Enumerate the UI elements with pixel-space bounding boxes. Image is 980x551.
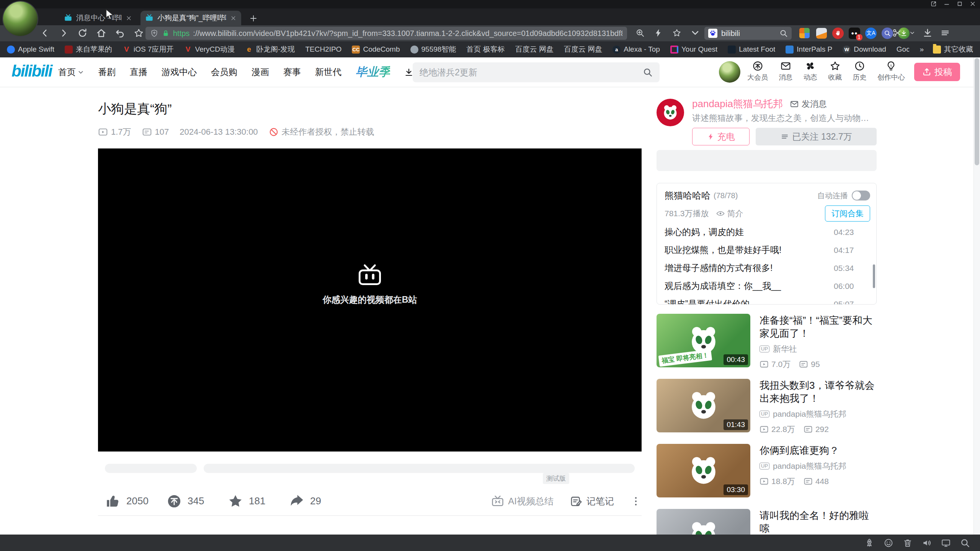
bookmark-item[interactable]: 百度云 网盘 <box>515 44 554 54</box>
video-player[interactable]: 你感兴趣的视频都在B站 <box>98 148 642 452</box>
collection-title[interactable]: 熊猫哈哈哈 <box>665 189 710 202</box>
browser-profile-avatar[interactable] <box>3 2 38 36</box>
bookmark-item[interactable]: e卧龙阁-发现 <box>245 44 295 54</box>
like-button[interactable]: 2050 <box>105 493 166 509</box>
quick-action-icon[interactable] <box>654 28 663 37</box>
user-menu-bulb[interactable]: 创作中心 <box>877 60 905 84</box>
back-button[interactable] <box>40 28 50 38</box>
site-nav-item[interactable]: 漫画 <box>252 66 269 78</box>
extension-icon-with-badge[interactable]: ●●1 <box>849 28 860 39</box>
bilibili-logo[interactable]: bilibili <box>11 62 52 80</box>
site-nav-item[interactable]: 赛事 <box>283 66 301 78</box>
bookmark-item[interactable]: Your Quest <box>670 45 717 54</box>
bookmark-item[interactable]: 95598智能 <box>410 44 456 54</box>
user-menu-pinwheel[interactable]: 动态 <box>804 60 817 84</box>
collection-intro-link[interactable]: 简介 <box>727 208 743 219</box>
user-menu-member[interactable]: 大会员 <box>747 60 768 84</box>
ai-summary-button[interactable]: AI视频总结 <box>491 495 554 508</box>
rec-uploader[interactable]: UPpandapia熊猫乌托邦 <box>760 409 877 419</box>
browser-menu-icon[interactable] <box>940 28 950 38</box>
new-tab-button[interactable] <box>249 14 258 23</box>
bookmark-item[interactable]: ViOS 7应用开 <box>122 44 174 54</box>
bookmark-item[interactable]: VVeryCD动漫 <box>184 44 235 54</box>
bookmark-item[interactable]: WDownload <box>843 45 886 54</box>
user-menu-envelope[interactable]: 消息 <box>779 60 792 84</box>
speaker-icon[interactable] <box>922 538 932 548</box>
smiley-icon[interactable] <box>884 538 893 548</box>
page-scrollbar[interactable] <box>973 57 980 535</box>
translate-extension-icon[interactable]: 文A <box>865 28 877 39</box>
browser-search-box[interactable]: bilibili <box>704 27 792 40</box>
tab-close-icon[interactable] <box>230 15 237 21</box>
episode-row[interactable]: 观后感为成语填空：你__我__06:00 <box>657 277 876 295</box>
recommended-video-card[interactable]: 请叫我的全名！好的雅啦嗦UPpandapia熊猫乌托邦 <box>657 509 877 535</box>
autoplay-toggle[interactable] <box>852 191 870 201</box>
note-button[interactable]: 记笔记 <box>570 495 614 508</box>
monitor-icon[interactable] <box>941 538 951 548</box>
video-thumbnail[interactable]: 01:43 <box>657 379 750 432</box>
bookmark-item[interactable]: CCCodeComb <box>352 45 400 54</box>
adblock-extension-icon[interactable] <box>832 28 844 39</box>
rec-video-title[interactable]: 我扭头数到3，谭爷爷就会出来抱我了！ <box>760 379 877 405</box>
zoom-page-icon[interactable] <box>635 28 645 37</box>
snip-tool-icon[interactable] <box>892 28 902 38</box>
bookmark-item[interactable]: Latest Foot <box>728 45 775 54</box>
bookmark-item[interactable]: TECH2IPO <box>305 45 341 54</box>
recommended-video-card[interactable]: 福宝 即将亮相！00:43准备接“福”！“福宝”要和大家见面了！UP新华社7.0… <box>657 314 877 367</box>
user-menu-star-o[interactable]: 收藏 <box>828 60 842 84</box>
recommended-video-card[interactable]: 01:43我扭头数到3，谭爷爷就会出来抱我了！UPpandapia熊猫乌托邦22… <box>657 379 877 432</box>
site-nav-item[interactable]: 游戏中心 <box>162 66 197 78</box>
share-window-icon[interactable] <box>930 0 937 7</box>
video-thumbnail[interactable]: 03:30 <box>657 444 750 497</box>
bookmark-star-icon[interactable] <box>134 28 144 38</box>
address-dropdown-icon[interactable] <box>691 28 700 37</box>
bookmark-item[interactable]: InterPals P <box>786 45 832 54</box>
site-search-input[interactable]: 绝地潜兵2更新 <box>413 62 660 82</box>
video-thumbnail[interactable] <box>657 509 750 535</box>
campaign-logo[interactable]: 毕业季 <box>356 64 390 80</box>
site-nav-item[interactable]: 番剧 <box>98 66 116 78</box>
tab-close-icon[interactable] <box>126 15 132 21</box>
rec-video-title[interactable]: 请叫我的全名！好的雅啦嗦 <box>760 509 877 535</box>
subscribe-collection-button[interactable]: 订阅合集 <box>825 205 870 222</box>
site-nav-item[interactable]: 首页 <box>58 66 84 78</box>
find-icon[interactable] <box>960 538 970 548</box>
rec-video-title[interactable]: 准备接“福”！“福宝”要和大家见面了！ <box>760 314 877 340</box>
episode-row[interactable]: 操心的妈，调皮的娃04:23 <box>657 223 876 241</box>
video-thumbnail[interactable]: 福宝 即将亮相！00:43 <box>657 314 750 367</box>
favorite-button[interactable]: 181 <box>227 493 289 509</box>
forward-button[interactable] <box>59 28 69 38</box>
coin-button[interactable]: 345 <box>166 493 227 509</box>
bookmark-item[interactable]: 百度云 网盘 <box>564 44 602 54</box>
more-options-icon[interactable] <box>630 496 642 507</box>
bookmark-item[interactable]: Google Tra <box>897 45 910 54</box>
recommended-video-card[interactable]: 03:30你俩到底谁更狗？UPpandapia熊猫乌托邦18.8万448 <box>657 444 877 497</box>
site-permissions-icon[interactable] <box>150 29 158 37</box>
site-nav-item[interactable]: 直播 <box>130 66 147 78</box>
browser-tab[interactable]: 小狗是真“狗”_哔哩哔哩_bilibi <box>140 11 241 25</box>
uploader-avatar[interactable] <box>657 99 684 126</box>
apps-grid-extension-icon[interactable] <box>799 28 810 38</box>
trash-icon[interactable] <box>903 538 913 548</box>
send-message-button[interactable]: 发消息 <box>790 98 827 110</box>
search-extension-icon[interactable] <box>882 28 893 39</box>
search-icon[interactable] <box>643 67 653 77</box>
rec-video-title[interactable]: 你俩到底谁更狗？ <box>760 444 877 457</box>
site-nav-item[interactable]: 新世代 <box>315 66 341 78</box>
favorite-page-icon[interactable] <box>672 28 681 37</box>
home-button[interactable] <box>96 28 106 38</box>
episode-scrollbar-thumb[interactable] <box>873 264 875 288</box>
episode-row[interactable]: 增进母子感情的方式有很多!05:34 <box>657 259 876 277</box>
site-nav-item[interactable]: 会员购 <box>211 66 237 78</box>
episode-row[interactable]: 职业挖煤熊，也是带娃好手哦!04:17 <box>657 241 876 259</box>
other-bookmarks-folder[interactable]: 其它收藏 <box>933 44 973 54</box>
snip-dropdown-icon[interactable] <box>910 30 915 36</box>
maximize-button[interactable] <box>956 0 963 7</box>
bookmark-item[interactable]: aAlexa - Top <box>612 45 660 54</box>
uploader-name[interactable]: pandapia熊猫乌托邦 <box>692 97 783 111</box>
upload-button[interactable]: 投稿 <box>914 63 960 81</box>
page-scrollbar-thumb[interactable] <box>975 58 979 165</box>
rec-uploader[interactable]: UPpandapia熊猫乌托邦 <box>760 461 877 471</box>
user-avatar[interactable] <box>719 61 740 83</box>
bookmark-item[interactable]: Apple Swift <box>7 45 54 54</box>
